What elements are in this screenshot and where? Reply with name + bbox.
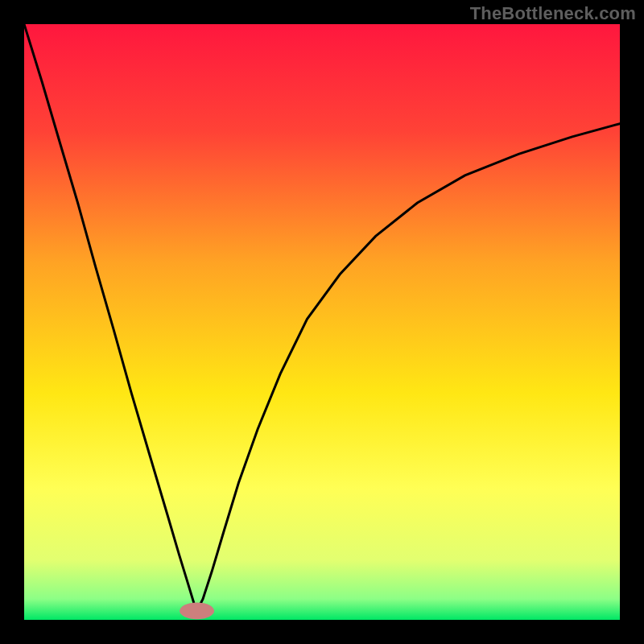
minimum-marker bbox=[180, 603, 214, 620]
chart-frame: TheBottleneck.com bbox=[0, 0, 644, 644]
watermark-text: TheBottleneck.com bbox=[470, 3, 636, 24]
plot-area bbox=[24, 24, 620, 620]
gradient-background bbox=[24, 24, 620, 620]
chart-svg bbox=[24, 24, 620, 620]
